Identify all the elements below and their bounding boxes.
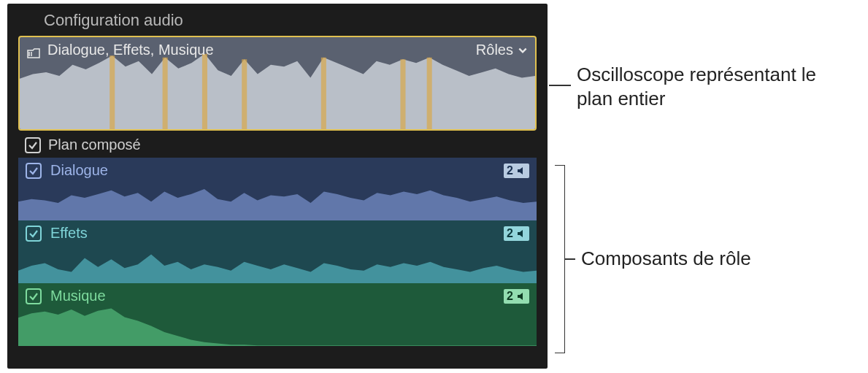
dialogue-channel-badge[interactable]: 2 (504, 164, 529, 178)
svg-marker-3 (18, 254, 537, 283)
annotation-oscilloscope: Oscilloscope représentant le plan entier (577, 63, 854, 110)
effets-checkbox[interactable] (26, 226, 42, 242)
component-dialogue[interactable]: Dialogue 2 (18, 158, 537, 220)
effets-channel-count: 2 (507, 227, 513, 240)
roles-dropdown[interactable]: Rôles (476, 42, 528, 58)
musique-channel-badge[interactable]: 2 (504, 289, 529, 304)
chevron-down-icon (518, 45, 528, 55)
musique-channel-count: 2 (507, 290, 513, 303)
annotation-line (549, 85, 571, 86)
speaker-icon (516, 166, 526, 176)
section-title: Configuration audio (7, 4, 548, 36)
annotation-line (565, 258, 575, 260)
dialogue-checkbox[interactable] (26, 163, 42, 179)
dialogue-channel-count: 2 (507, 164, 513, 177)
master-waveform-clip[interactable]: Dialogue, Effets, Musique Rôles (18, 36, 537, 131)
annotation-role-components: Composants de rôle (581, 247, 751, 271)
component-musique[interactable]: Musique 2 (18, 283, 537, 346)
speaker-icon (516, 228, 526, 239)
svg-marker-0 (20, 54, 535, 129)
speaker-icon (516, 291, 526, 301)
master-clip-header: Dialogue, Effets, Musique Rôles (27, 42, 528, 58)
svg-marker-2 (18, 189, 537, 220)
audio-config-panel: Configuration audio Dialogue, Effets, Mu… (7, 4, 548, 369)
dialogue-label: Dialogue (50, 162, 108, 179)
musique-label: Musique (50, 288, 106, 304)
svg-marker-4 (18, 308, 537, 346)
compound-plan-checkbox[interactable] (25, 137, 41, 153)
effets-channel-badge[interactable]: 2 (504, 226, 529, 241)
component-effets[interactable]: Effets 2 (18, 220, 537, 283)
annotation-bracket (555, 165, 565, 353)
compound-plan-label: Plan composé (48, 136, 141, 153)
compound-clip-icon (27, 45, 40, 55)
musique-checkbox[interactable] (26, 288, 42, 304)
effets-label: Effets (50, 225, 88, 242)
master-clip-label: Dialogue, Effets, Musique (47, 42, 214, 58)
roles-dropdown-label: Rôles (476, 42, 513, 58)
compound-plan-row: Plan composé (7, 131, 548, 158)
